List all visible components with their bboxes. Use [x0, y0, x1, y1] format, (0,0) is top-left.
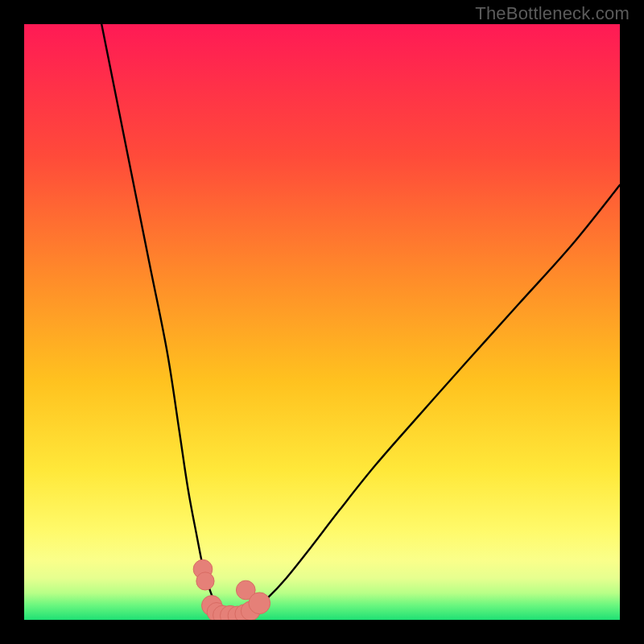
chart-frame: TheBottleneck.com [0, 0, 644, 644]
watermark-text: TheBottleneck.com [475, 3, 630, 24]
data-marker [249, 592, 270, 614]
gradient-background [24, 24, 620, 620]
chart-svg [24, 24, 620, 620]
data-marker [196, 572, 214, 590]
plot-area [24, 24, 620, 620]
